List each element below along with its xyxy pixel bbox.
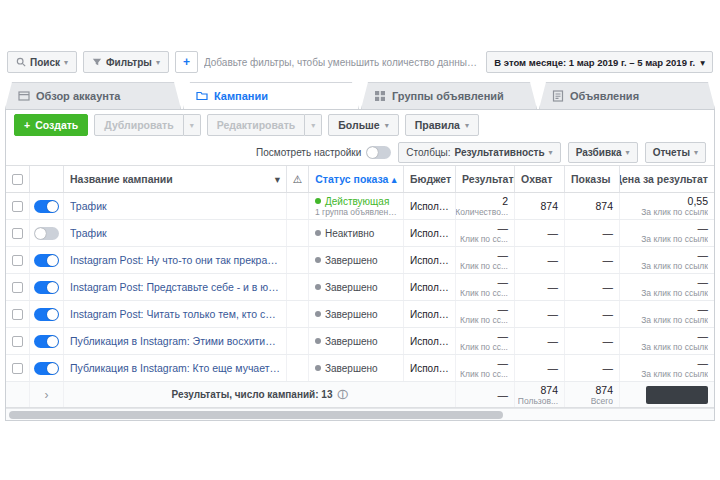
tab-ad-sets[interactable]: Группы объявлений <box>361 82 537 109</box>
campaign-name-cell: Трафик <box>64 193 287 219</box>
campaign-name-link[interactable]: Публикация в Instagram: Кто еще мучает п… <box>70 362 280 374</box>
campaign-name-cell: Публикация в Instagram: Кто еще мучает п… <box>64 355 287 381</box>
campaign-toggle[interactable] <box>34 227 59 240</box>
row-checkbox[interactable] <box>12 336 23 347</box>
reach-cell: — <box>515 328 565 354</box>
row-checkbox[interactable] <box>12 363 23 374</box>
results-header[interactable]: Результаты <box>456 166 515 192</box>
edit-caret-button[interactable]: ▾ <box>305 114 322 136</box>
create-button[interactable]: + Создать <box>14 114 88 136</box>
campaign-name-link[interactable]: Instagram Post: Представьте себе - и в ю… <box>70 281 280 293</box>
tab-campaigns[interactable]: Кампании <box>183 82 359 109</box>
results-value: — <box>498 303 509 315</box>
reports-button[interactable]: Отчеты ▾ <box>645 142 706 163</box>
campaign-toggle[interactable] <box>34 254 59 267</box>
budget-value: Используе... <box>410 255 449 266</box>
footer-reach-value: 874 <box>540 384 558 396</box>
campaign-name-link[interactable]: Instagram Post: Читать только тем, кто с… <box>70 308 280 320</box>
results-subtext: Клик по сс... <box>460 369 508 379</box>
horizontal-scrollbar[interactable] <box>6 408 714 420</box>
campaign-toggle[interactable] <box>34 335 59 348</box>
budget-cell: Используе... <box>404 301 456 327</box>
campaign-name-link[interactable]: Трафик <box>70 200 280 212</box>
scrollbar-thumb[interactable] <box>9 411 503 419</box>
expander-icon[interactable]: › <box>45 388 49 402</box>
impressions-cell: — <box>565 355 620 381</box>
status-label: Завершено <box>325 282 378 293</box>
row-checkbox[interactable] <box>12 255 23 266</box>
campaign-name-cell: Instagram Post: Представьте себе - и в ю… <box>64 274 287 300</box>
campaign-name-header-label: Название кампании <box>70 173 173 185</box>
campaign-toggle[interactable] <box>34 308 59 321</box>
reach-header[interactable]: Охват <box>515 166 565 192</box>
results-header-label: Результаты <box>462 173 508 185</box>
filters-button[interactable]: Фильтры ▾ <box>83 51 169 73</box>
view-settings-label: Посмотреть настройки <box>256 147 361 158</box>
chevron-down-icon: ▾ <box>465 121 469 130</box>
row-toggle-cell <box>30 193 64 219</box>
edit-button[interactable]: Редактировать <box>207 114 306 136</box>
delivery-status-header[interactable]: Статус показа ▴ <box>309 166 404 192</box>
toggle-column-header <box>30 166 64 192</box>
filter-input-placeholder[interactable]: Добавьте фильтры, чтобы уменьшить количе… <box>204 57 480 68</box>
row-checkbox[interactable] <box>12 309 23 320</box>
campaign-toggle[interactable] <box>34 200 59 213</box>
row-toggle-cell <box>30 247 64 273</box>
row-checkbox[interactable] <box>12 228 23 239</box>
view-settings-toggle[interactable] <box>366 146 391 159</box>
campaign-name-link[interactable]: Публикация в Instagram: Этими восхитител… <box>70 335 280 347</box>
delivery-status-cell: Завершено <box>309 355 404 381</box>
breakdown-button[interactable]: Разбивка ▾ <box>568 142 638 163</box>
duplicate-button[interactable]: Дублировать <box>94 114 183 136</box>
row-checkbox[interactable] <box>12 201 23 212</box>
impressions-header[interactable]: Показы <box>565 166 620 192</box>
search-button[interactable]: Поиск ▾ <box>7 51 77 73</box>
campaigns-icon <box>196 90 208 102</box>
table-row: Instagram Post: Читать только тем, кто с… <box>6 301 714 328</box>
campaign-name-link[interactable]: Instagram Post: Ну что-то они так прекра… <box>70 254 280 266</box>
toggle-knob <box>47 282 58 293</box>
chevron-down-icon: ▾ <box>549 148 553 157</box>
date-range-selector[interactable]: В этом месяце: 1 мар 2019 г. – 5 мар 201… <box>486 51 713 73</box>
warning-column-header: ⚠ <box>287 166 309 192</box>
more-button[interactable]: Больше ▾ <box>328 114 398 136</box>
breakdown-label: Разбивка <box>576 147 622 158</box>
chevron-down-icon: ▾ <box>694 148 698 157</box>
select-all-checkbox[interactable] <box>12 174 23 185</box>
results-value: — <box>498 357 509 369</box>
add-filter-button[interactable]: + <box>175 51 198 73</box>
warning-cell <box>287 274 309 300</box>
row-checkbox-cell <box>6 220 30 246</box>
duplicate-caret-button[interactable]: ▾ <box>184 114 201 136</box>
campaign-toggle[interactable] <box>34 362 59 375</box>
chevron-down-icon: ▾ <box>700 57 705 68</box>
impressions-value: — <box>603 227 614 239</box>
campaign-toggle[interactable] <box>34 281 59 294</box>
status-dot-icon <box>315 284 321 290</box>
search-icon <box>16 57 26 67</box>
cost-header[interactable]: Цена за результат <box>620 166 714 192</box>
row-toggle-cell <box>30 301 64 327</box>
warning-cell <box>287 355 309 381</box>
budget-value: Используе... <box>410 336 449 347</box>
campaign-name-header[interactable]: Название кампании ▾ <box>64 166 287 192</box>
plus-icon: + <box>183 55 190 69</box>
cost-cell: 0,55 За клик по ссылк <box>620 193 714 219</box>
reach-cell: — <box>515 355 565 381</box>
campaign-name-link[interactable]: Трафик <box>70 227 280 239</box>
tab-account-overview[interactable]: Обзор аккаунта <box>5 82 181 109</box>
table-row: Публикация в Instagram: Кто еще мучает п… <box>6 355 714 382</box>
status-label: Действующая <box>325 196 389 207</box>
rules-button[interactable]: Правила ▾ <box>405 114 479 136</box>
columns-button[interactable]: Столбцы: Результативность ▾ <box>398 142 560 163</box>
chevron-down-icon: ▾ <box>626 148 630 157</box>
footer-impressions-subtext: Всего <box>591 396 613 406</box>
delivery-status-cell: Завершено <box>309 247 404 273</box>
delivery-status-cell: Завершено <box>309 301 404 327</box>
reach-cell: — <box>515 220 565 246</box>
tab-ads[interactable]: Объявления <box>539 82 715 109</box>
row-checkbox[interactable] <box>12 282 23 293</box>
info-icon[interactable]: ⓘ <box>337 388 347 402</box>
budget-cell: Используе... <box>404 328 456 354</box>
budget-header[interactable]: Бюджет <box>404 166 456 192</box>
